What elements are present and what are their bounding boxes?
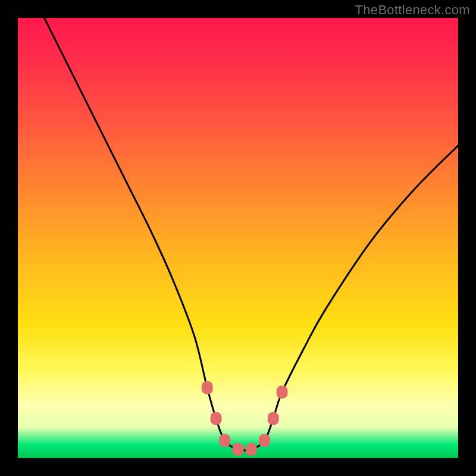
highlight-marker <box>202 381 213 394</box>
curve-svg <box>18 18 458 458</box>
highlight-marker <box>233 443 244 456</box>
highlight-marker <box>268 412 279 425</box>
highlight-marker <box>277 386 288 399</box>
highlight-marker <box>259 434 270 447</box>
highlight-marker <box>211 412 222 425</box>
highlight-markers <box>202 381 288 456</box>
highlight-marker <box>219 434 230 447</box>
plot-area <box>18 18 458 458</box>
bottleneck-curve <box>44 18 458 450</box>
watermark-text: TheBottleneck.com <box>355 2 470 18</box>
highlight-marker <box>246 443 257 456</box>
chart-frame: TheBottleneck.com <box>0 0 476 476</box>
